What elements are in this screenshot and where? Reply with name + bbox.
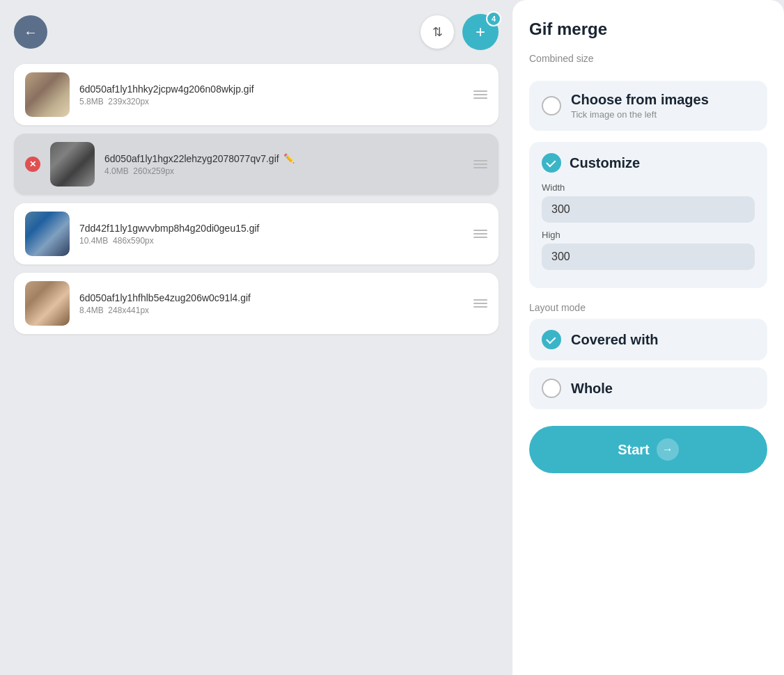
width-group: Width [542,182,755,223]
drag-handle-4[interactable] [473,299,487,308]
customize-title: Customize [570,155,640,171]
covered-radio[interactable] [542,330,561,349]
drag-handle-2[interactable] [473,160,487,168]
thumbnail-4 [25,281,70,326]
choose-radio[interactable] [542,96,561,116]
file-name-2: 6d050af1ly1hgx22lehzyg2078077qv7.gif ✏️ [104,153,464,164]
add-button[interactable]: + 4 [462,14,499,50]
high-group: High [542,230,755,270]
thumbnail-2 [50,142,95,186]
thumbnail-1 [25,72,70,117]
add-badge: 4 [486,11,501,26]
file-name-1: 6d050af1ly1hhky2jcpw4g206n08wkjp.gif [79,84,464,95]
file-info-2: 6d050af1ly1hgx22lehzyg2078077qv7.gif ✏️ … [104,153,464,176]
remove-badge-2[interactable]: ✕ [25,157,40,172]
start-button[interactable]: Start → [529,426,767,473]
back-icon: ← [24,24,38,40]
sort-button[interactable]: ⇅ [421,15,454,49]
thumbnail-3 [25,212,70,256]
back-button[interactable]: ← [14,15,47,49]
high-input[interactable] [542,244,755,270]
start-label: Start [618,442,650,458]
edit-icon-2[interactable]: ✏️ [283,153,295,164]
drag-handle-3[interactable] [473,230,487,238]
width-label: Width [542,182,755,193]
file-meta-4: 8.4MB 248x441px [79,305,464,315]
top-right-buttons: ⇅ + 4 [421,14,499,50]
sort-icon: ⇅ [432,24,443,40]
start-arrow-icon: → [657,438,679,461]
layout-mode-label: Layout mode [529,302,767,313]
choose-text-group: Choose from images Tick image on the lef… [571,92,709,120]
customize-header: Customize [542,153,755,173]
customize-radio[interactable] [542,153,561,173]
file-meta-1: 5.8MB 239x320px [79,97,464,106]
choose-from-images-option[interactable]: Choose from images Tick image on the lef… [529,81,767,131]
file-info-4: 6d050af1ly1hfhlb5e4zug206w0c91l4.gif 8.4… [79,292,464,315]
whole-option[interactable]: Whole [529,367,767,409]
covered-with-label: Covered with [571,332,659,348]
file-item-3: 7dd42f11ly1gwvvbmp8h4g20di0geu15.gif 10.… [14,203,499,264]
file-item-1: 6d050af1ly1hhky2jcpw4g206n08wkjp.gif 5.8… [14,64,499,125]
file-meta-2: 4.0MB 260x259px [104,166,464,176]
whole-label: Whole [571,381,613,397]
left-panel: ← ⇅ + 4 6d050af1ly1hhky2jcpw4g206n08wkjp… [0,0,512,675]
file-info-1: 6d050af1ly1hhky2jcpw4g206n08wkjp.gif 5.8… [79,84,464,106]
choose-option-label: Choose from images [571,92,709,108]
drag-handle-1[interactable] [473,90,487,99]
add-icon: + [476,22,485,42]
panel-title: Gif merge [529,19,767,39]
whole-radio[interactable] [542,379,561,398]
file-info-3: 7dd42f11ly1gwvvbmp8h4g20di0geu15.gif 10.… [79,223,464,246]
file-name-3: 7dd42f11ly1gwvvbmp8h4g20di0geu15.gif [79,223,464,234]
right-panel: Gif merge Combined size Choose from imag… [512,0,784,675]
file-name-4: 6d050af1ly1hfhlb5e4zug206w0c91l4.gif [79,292,464,303]
combined-size-label: Combined size [529,53,767,64]
file-item-4: 6d050af1ly1hfhlb5e4zug206w0c91l4.gif 8.4… [14,273,499,334]
layout-section: Layout mode Covered with Whole [529,302,767,409]
covered-with-option[interactable]: Covered with [529,319,767,360]
file-item-2: ✕ 6d050af1ly1hgx22lehzyg2078077qv7.gif ✏… [14,134,499,195]
top-bar: ← ⇅ + 4 [14,14,499,50]
choose-option-sub: Tick image on the left [571,109,709,120]
width-input[interactable] [542,196,755,223]
customize-section: Customize Width High [529,142,767,288]
file-meta-3: 10.4MB 486x590px [79,236,464,246]
high-label: High [542,230,755,240]
